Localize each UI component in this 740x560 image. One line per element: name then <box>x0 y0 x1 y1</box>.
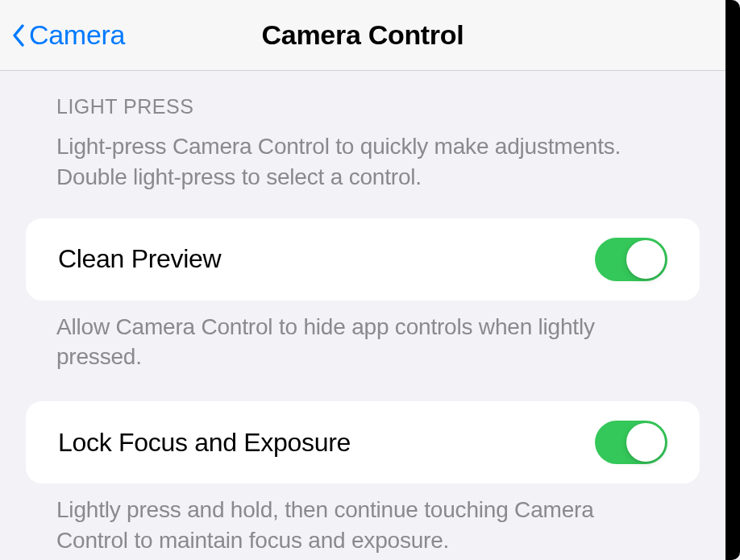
toggle-knob <box>626 423 665 462</box>
section-description-light-press: Light-press Camera Control to quickly ma… <box>0 125 725 218</box>
setting-footer-lock-focus: Lightly press and hold, then continue to… <box>0 483 725 560</box>
toggle-knob <box>626 240 665 279</box>
toggle-clean-preview[interactable] <box>595 238 667 281</box>
setting-label-clean-preview: Clean Preview <box>58 244 221 274</box>
settings-scroll: LIGHT PRESS Light-press Camera Control t… <box>0 71 725 560</box>
page-title: Camera Control <box>262 19 464 51</box>
setting-row-clean-preview[interactable]: Clean Preview <box>26 218 700 301</box>
chevron-left-icon <box>11 23 26 48</box>
section-header-light-press: LIGHT PRESS <box>0 71 725 125</box>
device-frame-edge <box>725 0 740 560</box>
setting-label-lock-focus: Lock Focus and Exposure <box>58 428 351 458</box>
back-label: Camera <box>29 19 125 51</box>
setting-row-lock-focus[interactable]: Lock Focus and Exposure <box>26 401 700 483</box>
toggle-lock-focus[interactable] <box>595 421 667 464</box>
back-button[interactable]: Camera <box>0 19 125 51</box>
setting-footer-clean-preview: Allow Camera Control to hide app control… <box>0 301 725 402</box>
navbar: Camera Camera Control <box>0 0 725 71</box>
